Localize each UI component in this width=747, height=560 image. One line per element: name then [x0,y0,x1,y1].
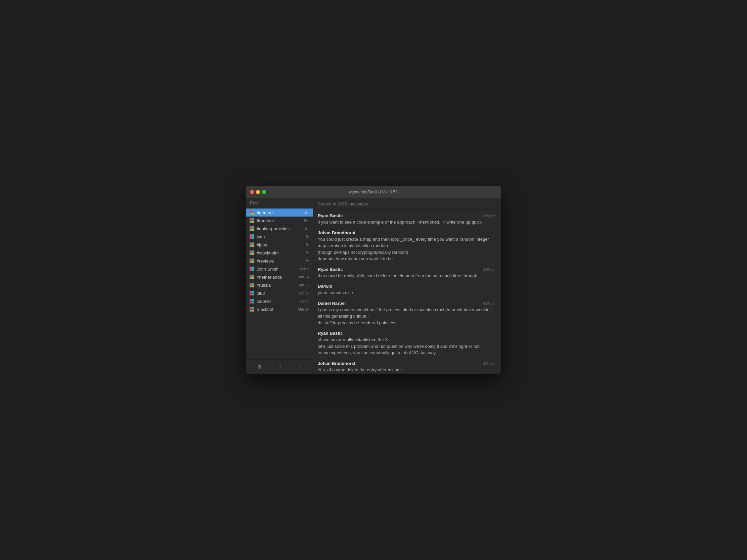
message-group-msg2: Johan BrandhorstYou could just create a … [318,230,496,262]
sidebar-time-pl88: Dec 30 [298,291,309,295]
sidebar-icon-slackbot [249,306,255,312]
sidebar-item-gopher[interactable]: GopherDec 9 [246,297,313,305]
help-button[interactable]: ? [276,363,284,371]
sidebar-label-john-smith: John Smith [257,267,299,272]
message-header-msg4: Darwin [318,284,496,289]
message-header-msg3: Ryan Bastic3:59 pm [318,267,496,272]
message-header-msg5: Daniel Harper4:00 pm [318,301,496,306]
sidebar-label-reviews: #reviews [257,259,304,264]
sidebar-label-ivan: Ivan [257,234,304,239]
sidebar-label-russia: #russia [257,283,297,288]
message-line: that could be really slick, could delete… [318,273,496,279]
sidebar-icon-jobs [249,242,255,247]
message-time-msg1: 3:58 pm [483,214,496,218]
messages-list[interactable]: Ryan Bastic3:58 pmif you want to see a c… [313,210,501,374]
message-header-msg2: Johan Brandhorst [318,230,496,235]
titlebar: #general (Slack) | Volt 0.58 [246,186,501,198]
sidebar-filter-label: Filter [246,198,313,209]
message-time-msg3: 3:59 pm [483,268,496,272]
main-content: Filter #general1m#random5m#golang-newbie… [246,198,501,374]
message-line: yeah, sounds nice [318,289,496,296]
sidebar-item-ivan[interactable]: Ivan1h [246,233,313,241]
sidebar-item-slackbot[interactable]: SlackbotMar 29 [246,305,313,313]
sidebar-icon-stockholm [249,250,255,256]
message-author-msg6: Ryan Bastic [318,331,342,336]
sidebar-item-stockholm[interactable]: #stockholm2h [246,249,313,257]
sidebar-icon-pl88 [249,290,255,296]
sidebar-item-netherlands[interactable]: #netherlandsJan 24 [246,273,313,281]
message-author-msg3: Ryan Bastic [318,267,342,272]
sidebar-icon-john-smith [249,266,255,272]
message-line: depends how random you want it to be [318,256,496,262]
sidebar-time-jobs: 1h [305,243,309,247]
message-time-msg5: 4:00 pm [483,301,496,305]
message-header-msg1: Ryan Bastic3:58 pm [318,213,496,218]
message-header-msg6: Ryan Bastic [318,331,496,336]
message-group-msg6: Ryan Basticeh we never really establishe… [318,331,496,356]
message-author-msg1: Ryan Bastic [318,213,342,218]
sidebar-item-jobs[interactable]: #jobs1h [246,241,313,249]
message-author-msg5: Daniel Harper [318,301,346,306]
sidebar-icon-golang-newbies [249,226,255,231]
sidebar-label-slackbot: Slackbot [257,307,297,312]
sidebar-item-reviews[interactable]: #reviews3h [246,257,313,265]
sidebar-time-netherlands: Jan 24 [298,275,309,279]
traffic-lights [250,190,266,194]
sidebar-label-jobs: #jobs [257,242,304,247]
search-input[interactable] [318,202,496,207]
message-line: if you want to see a code example of the… [318,219,496,225]
message-group-msg5: Daniel Harper4:00 pmI guess my concern w… [318,301,496,326]
sidebar-label-pl88: pl88 [257,291,296,296]
sidebar-label-golang-newbies: #golang-newbies [257,226,303,231]
sidebar-item-golang-newbies[interactable]: #golang-newbies1m [246,224,313,233]
message-line: Yes, of course delete the entry after ta… [318,367,496,373]
close-button[interactable] [250,190,254,194]
message-line: I guess my concern would be if the proce… [318,306,496,320]
message-line: in my experience, you can eventually get… [318,349,496,356]
sidebar-time-reviews: 3h [305,259,309,263]
sidebar-time-russia: Jan 22 [298,283,309,287]
sidebar-label-random: #random [257,218,303,223]
message-line: You could just create a map and then loo… [318,236,496,243]
sidebar-time-slackbot: Mar 29 [298,307,309,311]
sidebar-time-random: 5m [304,218,309,222]
sidebar-item-general[interactable]: #general1m [246,209,313,217]
message-author-msg2: Johan Brandhorst [318,230,355,235]
message-line: (though perhaps not cryptographically ra… [318,249,496,256]
sidebar-list: #general1m#random5m#golang-newbies1mIvan… [246,209,313,359]
message-time-msg7: 4:01 pm [483,362,496,366]
sidebar-item-russia[interactable]: #russiaJan 22 [246,281,313,289]
sidebar-time-stockholm: 2h [305,251,309,255]
message-group-msg3: Ryan Bastic3:59 pmthat could be really s… [318,267,496,279]
app-window: #general (Slack) | Volt 0.58 Filter #gen… [246,186,501,374]
settings-button[interactable]: ⚙ [254,362,264,371]
sidebar-item-john-smith[interactable]: John SmithFeb 9 [246,265,313,273]
sidebar-time-gopher: Dec 9 [300,299,309,303]
sidebar-label-stockholm: #stockholm [257,250,304,256]
message-group-msg4: Darwinyeah, sounds nice [318,284,496,296]
sidebar-icon-russia [249,282,255,288]
sidebar-footer: ⚙ ? + [246,359,313,374]
sidebar-icon-ivan [249,234,255,239]
message-group-msg7: Johan Brandhorst4:01 pmYes, of course de… [318,361,496,373]
message-author-msg7: Johan Brandhorst [318,361,355,366]
add-button[interactable]: + [296,363,304,371]
message-line: let's just solve this problem and not qu… [318,343,496,350]
sidebar-icon-netherlands [249,274,255,280]
sidebar-time-golang-newbies: 1m [304,226,309,231]
sidebar-icon-reviews [249,258,255,264]
sidebar-icon-random [249,218,255,223]
sidebar-label-gopher: Gopher [257,299,298,304]
sidebar-time-general: 1m [304,211,309,215]
sidebar-item-pl88[interactable]: pl88Dec 30 [246,289,313,297]
message-line: eh we never really established the X [318,337,496,343]
search-bar [313,198,501,210]
sidebar-icon-gopher [249,298,255,304]
message-line: ds stuff in-process be rendered pointles… [318,320,496,326]
minimize-button[interactable] [256,190,260,194]
sidebar-item-random[interactable]: #random5m [246,217,313,224]
sidebar: Filter #general1m#random5m#golang-newbie… [246,198,313,374]
sidebar-label-netherlands: #netherlands [257,275,297,280]
message-group-msg1: Ryan Bastic3:58 pmif you want to see a c… [318,213,496,225]
maximize-button[interactable] [262,190,266,194]
